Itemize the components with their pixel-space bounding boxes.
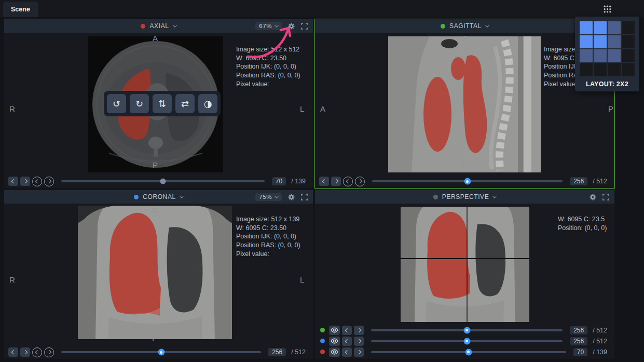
- panel-coronal: CORONAL 75%: [4, 190, 313, 359]
- axial-first-slice-button[interactable]: [32, 177, 42, 186]
- sagittal-prev-slice-button[interactable]: [319, 177, 329, 186]
- sagittal-next-slice-button[interactable]: [331, 177, 341, 186]
- layer-slider[interactable]: [371, 340, 563, 342]
- chevron-down-icon[interactable]: [492, 194, 497, 198]
- perspective-title[interactable]: PERSPECTIVE: [442, 193, 489, 200]
- layer-slider-row-coronal: 256 / 512: [315, 336, 614, 346]
- axial-last-slice-button[interactable]: [44, 177, 54, 186]
- axial-slice-value[interactable]: 70: [272, 177, 286, 185]
- chevron-down-icon[interactable]: [180, 194, 184, 198]
- layer-prev-button[interactable]: [342, 347, 352, 357]
- sagittal-slice-value[interactable]: 256: [570, 177, 587, 185]
- axial-image-info: Image size: 512 x 512 W: 6095 C: 23.50 P…: [236, 45, 300, 88]
- visibility-eye-icon[interactable]: [329, 337, 340, 346]
- layout-grid-cell[interactable]: [580, 35, 593, 48]
- coronal-next-slice-button[interactable]: [20, 347, 30, 357]
- flip-vertical-icon[interactable]: ⇅: [153, 94, 172, 113]
- slider-thumb[interactable]: [158, 349, 165, 356]
- sagittal-viewport[interactable]: S I A P Image size: W: 6095 C: Position …: [315, 33, 614, 176]
- layout-grid-icon[interactable]: [603, 5, 612, 14]
- layer-next-button[interactable]: [354, 337, 364, 346]
- layout-grid-cell[interactable]: [594, 63, 607, 76]
- sagittal-ct-image[interactable]: [388, 36, 541, 172]
- layout-grid-cell[interactable]: [608, 49, 621, 62]
- axial-zoom-select[interactable]: 67%: [255, 22, 282, 30]
- axial-title[interactable]: AXIAL: [149, 22, 169, 30]
- layer-next-button[interactable]: [354, 347, 364, 357]
- coronal-slice-value[interactable]: 256: [268, 348, 286, 356]
- layout-grid-cell[interactable]: [622, 49, 635, 62]
- axial-settings-gear-icon[interactable]: [287, 22, 295, 30]
- sagittal-last-slice-button[interactable]: [355, 177, 365, 186]
- orientation-label-posterior: P: [608, 104, 613, 113]
- slider-thumb[interactable]: [160, 179, 166, 184]
- layout-grid-cell[interactable]: [580, 21, 593, 34]
- sagittal-first-slice-button[interactable]: [343, 177, 353, 186]
- layout-grid-cell[interactable]: [608, 63, 621, 76]
- sagittal-color-dot: [441, 24, 445, 29]
- sagittal-title[interactable]: SAGITTAL: [449, 22, 482, 30]
- perspective-header: PERSPECTIVE: [315, 190, 614, 204]
- axial-slice-slider[interactable]: [61, 180, 265, 182]
- layout-grid-cell[interactable]: [622, 63, 635, 76]
- visibility-eye-icon[interactable]: [329, 326, 340, 335]
- orientation-label-inferior: I: [462, 160, 464, 169]
- layout-grid-cell[interactable]: [622, 35, 635, 48]
- slider-thumb[interactable]: [464, 178, 471, 185]
- layout-grid-cell[interactable]: [580, 63, 593, 76]
- slider-thumb[interactable]: [463, 338, 470, 344]
- axial-prev-slice-button[interactable]: [8, 177, 18, 186]
- coronal-prev-slice-button[interactable]: [8, 347, 18, 357]
- layout-grid-cell[interactable]: [622, 21, 635, 34]
- perspective-3d-image[interactable]: [401, 207, 529, 322]
- layer-color-dot: [320, 328, 325, 332]
- chevron-down-icon[interactable]: [172, 23, 176, 27]
- top-bar: Scene: [0, 0, 644, 17]
- coronal-viewport[interactable]: S I R L Image size: 512 x 139 W: 6095 C:…: [4, 204, 313, 346]
- axial-transform-toolbar: ↺ ↻ ⇅ ⇄ ◑: [104, 91, 221, 116]
- layer-next-button[interactable]: [354, 326, 364, 335]
- axial-next-slice-button[interactable]: [20, 177, 30, 186]
- layout-grid-cell[interactable]: [608, 35, 621, 48]
- layout-grid-cell[interactable]: [594, 49, 607, 62]
- layer-slice-value[interactable]: 70: [573, 348, 587, 356]
- coronal-ct-image[interactable]: [78, 206, 232, 339]
- layer-slider[interactable]: [371, 329, 563, 331]
- layout-grid-cell[interactable]: [608, 21, 621, 34]
- perspective-fullscreen-icon[interactable]: [602, 194, 609, 200]
- coronal-settings-gear-icon[interactable]: [287, 193, 295, 201]
- chevron-down-icon[interactable]: [485, 23, 489, 27]
- layer-slice-max: / 139: [593, 348, 607, 356]
- visibility-eye-icon[interactable]: [329, 347, 340, 357]
- orientation-label-superior: S: [152, 206, 157, 214]
- layer-slider[interactable]: [371, 351, 566, 353]
- rotate-counterclockwise-icon[interactable]: ↺: [107, 94, 126, 113]
- layout-grid-cell[interactable]: [594, 21, 607, 34]
- axial-slice-max: / 139: [291, 178, 306, 185]
- layout-grid-cell[interactable]: [580, 49, 593, 62]
- layer-slice-value[interactable]: 256: [570, 326, 587, 334]
- layer-prev-button[interactable]: [342, 337, 352, 346]
- tab-scene[interactable]: Scene: [3, 2, 38, 17]
- coronal-zoom-select[interactable]: 75%: [255, 193, 282, 201]
- slider-thumb[interactable]: [465, 348, 472, 355]
- sagittal-slice-slider[interactable]: [372, 180, 563, 182]
- layout-grid-cell[interactable]: [594, 35, 607, 48]
- flip-horizontal-icon[interactable]: ⇄: [175, 94, 195, 113]
- coronal-slice-slider[interactable]: [61, 351, 261, 353]
- perspective-viewport[interactable]: W: 6095 C: 23.5 Position: (0, 0, 0): [315, 204, 614, 325]
- axial-viewport[interactable]: A P R L Image size: 512 x 512 W: 6095 C:…: [4, 33, 313, 176]
- slider-thumb[interactable]: [463, 327, 470, 333]
- axial-fullscreen-icon[interactable]: [301, 23, 308, 30]
- layer-prev-button[interactable]: [342, 326, 352, 335]
- coronal-fullscreen-icon[interactable]: [301, 194, 308, 200]
- perspective-settings-gear-icon[interactable]: [589, 193, 597, 201]
- invert-colors-icon[interactable]: ◑: [198, 94, 217, 113]
- layer-slice-value[interactable]: 256: [570, 337, 587, 345]
- perspective-layer-sliders: 256 / 512 256 / 512: [315, 325, 614, 359]
- rotate-clockwise-icon[interactable]: ↻: [130, 94, 149, 113]
- layer-slice-max: / 512: [593, 338, 607, 345]
- coronal-first-slice-button[interactable]: [32, 347, 42, 357]
- coronal-title[interactable]: CORONAL: [143, 193, 176, 200]
- coronal-last-slice-button[interactable]: [44, 347, 54, 357]
